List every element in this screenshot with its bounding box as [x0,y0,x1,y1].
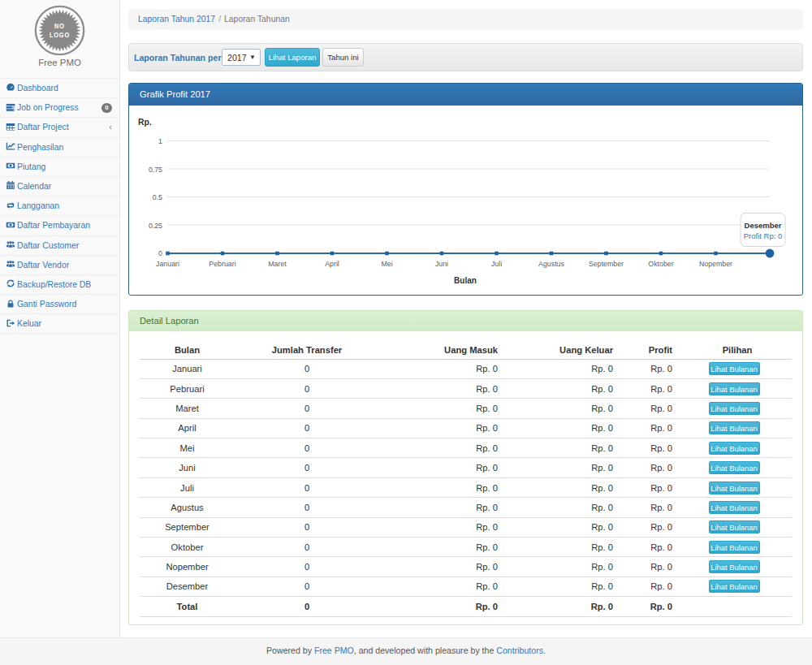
svg-text:NO: NO [54,22,65,30]
svg-text:Desember: Desember [745,221,782,230]
svg-text:Juni: Juni [435,260,448,268]
svg-text:Oktober: Oktober [648,260,673,268]
svg-text:Mei: Mei [381,260,392,268]
svg-text:Nopember: Nopember [699,260,732,268]
svg-text:Januari: Januari [156,260,179,268]
svg-text:April: April [325,260,339,268]
svg-text:Juli: Juli [491,260,502,268]
svg-text:Pebruari: Pebruari [209,260,235,268]
svg-text:Bulan: Bulan [454,276,477,285]
svg-text:1: 1 [158,137,162,145]
svg-text:0.5: 0.5 [153,193,162,201]
svg-text:LOGO: LOGO [50,31,70,39]
svg-text:September: September [589,260,624,268]
svg-text:Maret: Maret [268,260,287,268]
svg-text:0.75: 0.75 [149,166,162,174]
svg-text:Rp.: Rp. [138,118,152,127]
svg-text:Agustus: Agustus [538,260,564,268]
svg-text:0: 0 [158,249,162,257]
svg-text:Profit Rp: 0: Profit Rp: 0 [744,231,783,240]
svg-text:0.25: 0.25 [149,222,162,230]
